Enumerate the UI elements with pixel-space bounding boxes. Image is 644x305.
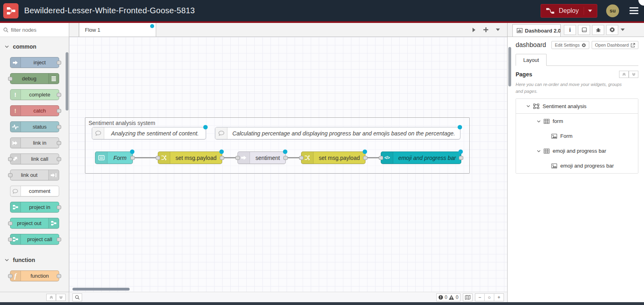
flow-list-caret[interactable] (493, 25, 503, 35)
flow-canvas[interactable]: Sentiment analysis system Analyzing the … (69, 37, 507, 292)
tree-item-widget-emoji-progress[interactable]: emoji and progress bar (516, 158, 638, 173)
palette-node-comment[interactable]: comment (10, 186, 59, 197)
info-tab-button[interactable]: i (564, 25, 576, 35)
zoom-out-button[interactable]: − (475, 293, 485, 301)
tree-item-page-sentiment-analysis[interactable]: Sentiment analysis (516, 99, 638, 114)
output-port[interactable] (57, 61, 61, 65)
sidebar-options-caret[interactable] (621, 23, 625, 37)
wire[interactable] (133, 157, 159, 158)
node-form[interactable]: Form (95, 151, 133, 164)
layout-tab-label: Layout (523, 57, 539, 63)
output-port[interactable] (220, 156, 224, 160)
palette-node-project-in[interactable]: project in (10, 202, 59, 213)
palette-node-project-call[interactable]: project call (10, 234, 59, 245)
palette-search[interactable] (0, 23, 69, 37)
input-port[interactable] (8, 157, 12, 161)
palette-node-link-in[interactable]: link in (10, 137, 59, 148)
tree-item-label: form (553, 118, 563, 124)
input-port[interactable] (8, 274, 12, 278)
output-port[interactable] (57, 125, 61, 129)
input-port[interactable] (8, 173, 12, 177)
tab-layout[interactable]: Layout (516, 54, 547, 66)
edit-settings-button[interactable]: Edit Settings (551, 41, 589, 49)
input-port[interactable] (379, 156, 383, 160)
palette-footer (0, 292, 69, 302)
search-flows-button[interactable] (72, 293, 82, 301)
output-port[interactable] (57, 157, 61, 161)
deploy-button[interactable]: Deploy (541, 4, 597, 18)
node-sentiment[interactable]: sentiment (237, 151, 286, 164)
tree-item-group-form[interactable]: form (516, 114, 638, 129)
navigator-button[interactable] (463, 293, 473, 301)
output-port[interactable] (57, 237, 61, 242)
input-port[interactable] (8, 221, 12, 225)
add-flow-button[interactable] (481, 25, 491, 35)
config-nodes-tab-button[interactable] (606, 25, 618, 35)
chevron-down-icon[interactable] (537, 120, 541, 123)
tab-flow-1[interactable]: Flow 1 (79, 23, 156, 37)
output-port[interactable] (57, 141, 61, 145)
group-sentiment-analysis-system[interactable]: Sentiment analysis system (85, 117, 470, 174)
sidebar-scrollbar[interactable] (508, 47, 511, 86)
output-port[interactable] (459, 156, 463, 160)
link-out-icon (48, 170, 59, 180)
comment-node-calculating[interactable]: Calculating percentage and displaying pr… (215, 127, 460, 139)
input-port[interactable] (156, 156, 160, 160)
input-port[interactable] (8, 237, 12, 242)
output-port[interactable] (130, 156, 135, 160)
node-label: project in (21, 204, 59, 210)
node-change-1[interactable]: set msg.payload (158, 151, 222, 164)
zoom-reset-button[interactable]: ○ (485, 293, 494, 301)
changed-dot (458, 125, 462, 129)
output-port[interactable] (57, 205, 61, 209)
main-menu-button[interactable] (628, 6, 640, 16)
open-dashboard-button[interactable]: Open Dashboard (592, 41, 638, 49)
collapse-all-pages-button[interactable] (619, 71, 629, 78)
expand-all-pages-button[interactable] (629, 71, 638, 78)
chevron-down-icon[interactable] (537, 150, 541, 152)
collapse-all-button[interactable] (46, 294, 56, 301)
tree-item-group-emoji-progress[interactable]: emoji and progress bar (516, 143, 638, 158)
zoom-in-button[interactable]: + (494, 293, 504, 301)
expand-all-button[interactable] (56, 294, 66, 301)
palette-node-link-call[interactable]: link call (10, 154, 59, 164)
palette-node-inject[interactable]: inject (10, 57, 59, 68)
debug-tab-button[interactable] (592, 25, 604, 35)
tree-item-widget-form[interactable]: Form (516, 129, 638, 143)
output-port[interactable] (57, 274, 61, 278)
palette-category-function[interactable]: function (0, 252, 69, 267)
next-tab-button[interactable] (469, 25, 479, 35)
edit-settings-label: Edit Settings (555, 43, 580, 47)
canvas-horizontal-scrollbar[interactable] (72, 288, 130, 291)
comment-node-analyzing[interactable]: Analyzing the sentiment of content. (92, 127, 206, 139)
user-avatar[interactable]: su (606, 4, 619, 17)
node-template-emoji-progress[interactable]: </> emoji and progress bar (381, 151, 461, 164)
input-port[interactable] (235, 156, 240, 160)
node-change-2[interactable]: set msg.payload (301, 151, 365, 164)
palette-node-project-out[interactable]: project out (10, 218, 59, 229)
header: Bewildered-Lesser-White-Fronted-Goose-58… (0, 0, 644, 23)
input-port[interactable] (299, 156, 303, 160)
output-port[interactable] (363, 156, 367, 160)
palette-node-function[interactable]: f function (10, 270, 59, 281)
deploy-options-caret[interactable] (584, 7, 592, 15)
palette-node-catch[interactable]: ! catch (10, 105, 59, 116)
filter-nodes-input[interactable] (11, 27, 59, 33)
output-port[interactable] (57, 93, 61, 97)
help-tab-button[interactable] (578, 25, 590, 35)
palette-scrollbar[interactable] (66, 52, 68, 111)
output-port[interactable] (283, 156, 288, 160)
input-port[interactable] (8, 77, 12, 81)
palette-node-link-out[interactable]: link out (10, 170, 59, 180)
tab-dashboard-2[interactable]: Dashboard 2.0 (512, 24, 561, 37)
output-port[interactable] (57, 109, 61, 113)
chevron-down-icon[interactable] (526, 105, 530, 107)
palette-node-status[interactable]: status (10, 121, 59, 132)
palette-category-common[interactable]: common (0, 39, 69, 54)
node-label: sentiment (250, 155, 285, 161)
palette-node-debug[interactable]: debug (10, 73, 59, 84)
flow-tabbar: Flow 1 (69, 23, 507, 37)
notification-counts[interactable]: 0 0 (436, 293, 460, 301)
dashboard-subtabs: Layout (516, 54, 638, 66)
palette-node-complete[interactable]: ! complete (10, 89, 59, 100)
